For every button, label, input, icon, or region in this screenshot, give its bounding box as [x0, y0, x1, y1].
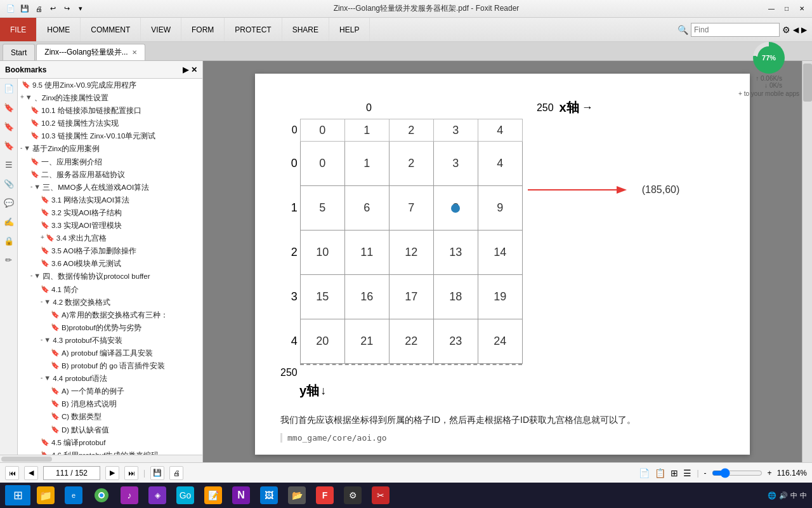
minimize-button[interactable]: — — [766, 4, 776, 14]
list-item[interactable]: 🔖 B) protobuf 的 go 语言插件安装 — [18, 359, 202, 372]
layers-icon[interactable]: ☰ — [2, 157, 16, 171]
list-item[interactable]: 🔖 4.1 简介 — [18, 283, 202, 296]
first-page-button[interactable]: ⏮ — [5, 466, 19, 480]
redo-icon[interactable]: ↪ — [61, 3, 72, 15]
list-item[interactable]: 🔖 B) 消息格式说明 — [18, 398, 202, 410]
taskbar-notepad[interactable]: 📝 — [200, 484, 226, 507]
list-item[interactable]: 🔖 10.3 链接属性 Zinx-V0.10单元测试 — [18, 130, 202, 142]
lang-indicator[interactable]: 中 — [790, 491, 797, 500]
list-item[interactable]: - ▼ 4.3 protobuf不搞安装 — [18, 334, 202, 347]
tab-start[interactable]: Start — [3, 44, 35, 60]
edit-icon[interactable]: ✏ — [2, 253, 16, 267]
list-item[interactable]: 🔖 B)protobuf的优势与劣势 — [18, 321, 202, 334]
expand-icon[interactable]: - — [41, 373, 43, 382]
lock-icon[interactable]: 🔒 — [2, 234, 16, 248]
print-icon[interactable]: 🖨 — [33, 3, 44, 15]
list-item[interactable]: 🔖 3.5 AOI格子添加删除操作 — [18, 244, 202, 257]
expand-icon[interactable]: - — [41, 335, 43, 344]
list-item[interactable]: 🔖 A) protobuf 编译器工具安装 — [18, 347, 202, 359]
list-item[interactable]: - ▼ 四、数据传输协议protocol buffer — [18, 270, 202, 283]
zoom-in-icon[interactable]: + — [768, 469, 772, 478]
list-item[interactable]: 🔖 A) 一个简单的例子 — [18, 385, 202, 398]
taskbar-red-app[interactable]: ✂ — [368, 484, 393, 507]
list-item[interactable]: 🔖 10.2 链接属性方法实现 — [18, 117, 202, 130]
taskbar-go[interactable]: Go — [173, 484, 198, 507]
expand-icon[interactable]: + — [20, 93, 24, 102]
sidebar-expand-icon[interactable]: ▶ — [183, 65, 188, 74]
last-page-button[interactable]: ⏭ — [124, 466, 138, 480]
list-item[interactable]: 🔖 4.6 利用protobuf生成的类来编码 — [18, 449, 202, 455]
expand-icon[interactable]: - — [30, 271, 32, 280]
list-item[interactable]: 🔖 C) 数据类型 — [18, 410, 202, 423]
expand-icon[interactable]: + — [41, 233, 44, 242]
view-icon-1[interactable]: 📄 — [639, 468, 650, 478]
list-item[interactable]: 🔖 9.5 使用Zinx-V0.9完成应用程序 — [18, 79, 202, 91]
save-icon[interactable]: 💾 — [19, 3, 30, 15]
bookmark2-icon-btn[interactable]: 🔖 — [2, 119, 16, 133]
right-scrollbar[interactable] — [802, 61, 812, 462]
tab-form[interactable]: FORM — [181, 18, 225, 41]
expand-icon[interactable]: - — [30, 182, 32, 191]
print-doc-btn[interactable]: 🖨 — [169, 466, 183, 480]
tab-share[interactable]: SHARE — [282, 18, 329, 41]
tab-protect[interactable]: PROTECT — [225, 18, 282, 41]
taskbar-files[interactable]: 📂 — [284, 484, 310, 507]
search-prev-icon[interactable]: ◀ — [793, 25, 799, 34]
zoom-slider[interactable] — [712, 468, 763, 478]
search-settings-icon[interactable]: ⚙ — [782, 25, 790, 35]
view-icon-3[interactable]: ⊞ — [671, 468, 678, 478]
taskbar-edge[interactable]: e — [61, 484, 86, 507]
list-item[interactable]: 🔖 4.5 编译protobuf — [18, 436, 202, 449]
undo-icon[interactable]: ↩ — [47, 3, 58, 15]
scrollbar-thumb-vertical[interactable] — [803, 64, 812, 102]
prev-page-button[interactable]: ◀ — [24, 466, 38, 480]
tab-file[interactable]: FILE — [0, 18, 37, 41]
list-item[interactable]: 🔖 二、服务器应用基础协议 — [18, 168, 202, 181]
tab-comment[interactable]: COMMENT — [81, 18, 141, 41]
signature-icon[interactable]: ✍ — [2, 215, 16, 229]
expand-icon[interactable]: - — [41, 297, 43, 306]
convert-pdf-btn[interactable]: + to your mobile apps — [738, 90, 799, 97]
bookmark3-icon-btn[interactable]: 🔖 — [2, 138, 16, 152]
list-item[interactable]: 🔖 D) 默认缺省值 — [18, 424, 202, 436]
taskbar-chrome[interactable] — [89, 484, 114, 507]
taskbar-settings[interactable]: ⚙ — [340, 484, 365, 507]
tab-document[interactable]: Zinx---Golang轻量级并... ✕ — [36, 44, 145, 60]
expand-icon[interactable]: - — [20, 144, 22, 152]
sidebar-scrollbar[interactable] — [0, 455, 202, 462]
list-item[interactable]: 🔖 A)常用的数据交换格式有三种： — [18, 309, 202, 321]
list-item[interactable]: - ▼ 基于Zinx的应用案例 — [18, 142, 202, 155]
list-item[interactable]: - ▼ 三、MMO多人在线游戏AOI算法 — [18, 181, 202, 194]
view-icon-2[interactable]: 📋 — [655, 468, 665, 478]
page-icon[interactable]: 📄 — [2, 81, 16, 95]
taskbar-foxit[interactable]: F — [312, 484, 337, 507]
list-item[interactable]: 🔖 一、应用案例介绍 — [18, 156, 202, 168]
bookmark-icon-btn[interactable]: 🔖 — [2, 100, 16, 114]
list-item[interactable]: - ▼ 4.2 数据交换格式 — [18, 296, 202, 309]
input-mode[interactable]: 中 — [800, 491, 807, 500]
next-page-button[interactable]: ▶ — [105, 466, 119, 480]
taskbar-onenote[interactable]: N — [228, 484, 254, 507]
tab-close-icon[interactable]: ✕ — [132, 49, 137, 56]
search-input[interactable] — [691, 23, 780, 37]
zoom-out-icon[interactable]: - — [704, 469, 707, 478]
taskbar-photos[interactable]: 🖼 — [256, 484, 282, 507]
taskbar-vs[interactable]: ◈ — [145, 484, 170, 507]
search-next-icon[interactable]: ▶ — [801, 25, 807, 34]
close-button[interactable]: ✕ — [797, 4, 807, 14]
list-item[interactable]: + 🔖 3.4 求出九宫格 — [18, 232, 202, 244]
list-item[interactable]: + ▼ 、Zinx的连接属性设置 — [18, 91, 202, 104]
tab-home[interactable]: HOME — [37, 18, 81, 41]
scrollbar-thumb[interactable] — [1, 457, 52, 462]
list-item[interactable]: 🔖 3.2 实现AOI格子结构 — [18, 206, 202, 219]
attachment-icon[interactable]: 📎 — [2, 177, 16, 190]
list-item[interactable]: 🔖 3.3 实现AOI管理模块 — [18, 219, 202, 232]
page-input[interactable] — [43, 466, 100, 480]
taskbar-music[interactable]: ♪ — [117, 484, 142, 507]
list-item[interactable]: - ▼ 4.4 protobuf语法 — [18, 372, 202, 385]
list-item[interactable]: 🔖 3.6 AOI模块单元测试 — [18, 257, 202, 270]
comment-icon[interactable]: 💬 — [2, 196, 16, 210]
dropdown-icon[interactable]: ▾ — [75, 3, 86, 15]
start-button[interactable]: ⊞ — [5, 485, 30, 505]
save-doc-btn[interactable]: 💾 — [150, 466, 164, 480]
